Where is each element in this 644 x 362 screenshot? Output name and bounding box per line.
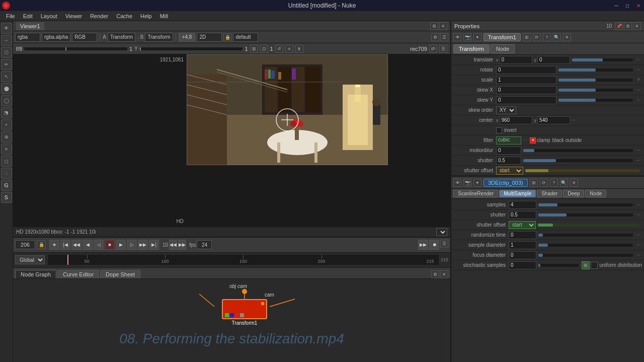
tab-transform[interactable]: Transform <box>453 44 490 53</box>
randomize-time-anim-icon[interactable]: ⋯ <box>635 232 642 239</box>
tab-node-sl[interactable]: Node <box>585 190 606 197</box>
y-val-btn[interactable]: 1 <box>245 46 248 52</box>
skewx-anim-icon[interactable]: ⋯ <box>635 87 642 94</box>
bookmark-btn[interactable]: ★ <box>49 240 59 250</box>
last-frame-btn[interactable]: ▶| <box>149 240 159 250</box>
props-settings-btn[interactable]: ⚙ <box>624 22 632 30</box>
transform-icon4[interactable]: 🔍 <box>553 33 561 41</box>
view-mode-dropdown[interactable]: 2D <box>197 33 222 42</box>
ruler-track[interactable]: 50 100 150 200 215 <box>48 255 439 265</box>
center-y-input[interactable] <box>537 116 570 124</box>
uniform-checkbox[interactable] <box>591 262 598 269</box>
play-all-btn[interactable]: ▶▶ <box>418 240 428 250</box>
shape-tool[interactable]: ◯ <box>1 95 12 106</box>
transform-node-box[interactable]: Transform1 <box>222 299 267 326</box>
fps-input[interactable] <box>197 240 212 249</box>
sl-shutter-offset-select[interactable]: startcenterend <box>509 221 536 229</box>
sample-diameter-input[interactable] <box>509 241 536 249</box>
node-inner[interactable] <box>222 299 267 319</box>
skewy-slider[interactable] <box>558 99 633 102</box>
frame-input[interactable] <box>15 240 35 249</box>
skewx-input[interactable] <box>496 86 556 94</box>
skewx-slider[interactable] <box>558 89 633 92</box>
samples-input[interactable] <box>509 201 536 209</box>
frame-select-btn[interactable]: 1 <box>270 46 273 52</box>
stochastic-icon1[interactable]: ⊞ <box>582 261 590 269</box>
node-settings-btn[interactable]: ⚙ <box>431 270 439 278</box>
refresh-icon-btn[interactable]: ↺ <box>275 45 283 53</box>
tracker-tool[interactable]: ⊕ <box>1 131 12 142</box>
scanline-cam-btn[interactable]: 📷 <box>463 179 471 187</box>
tab-multisample[interactable]: MultiSample <box>499 190 536 197</box>
shutter-input[interactable] <box>496 157 521 165</box>
viewer-tab[interactable]: Viewer1 <box>16 22 44 30</box>
colorspace-dropdown[interactable]: RGB <box>72 33 97 42</box>
menu-render[interactable]: Render <box>86 13 112 19</box>
play-btn[interactable]: ▶ <box>116 240 126 250</box>
node-tool[interactable]: ⬡ <box>1 47 12 58</box>
lut-dropdown[interactable]: default <box>233 33 258 42</box>
clone-tool[interactable]: + <box>1 119 12 130</box>
focus-diameter-slider[interactable] <box>538 254 633 257</box>
transform-node-name-badge[interactable]: Transform1 <box>484 33 521 41</box>
sl-shutter-anim-icon[interactable]: ⋯ <box>635 211 642 219</box>
props-close-btn[interactable]: ✕ <box>633 22 641 30</box>
deep-tool[interactable]: ≡ <box>1 143 12 155</box>
center-anim-icon[interactable]: ⋯ <box>570 117 577 124</box>
scanline-icon2[interactable]: ⟳ <box>540 179 548 187</box>
record-btn[interactable]: ⏺ <box>429 240 439 250</box>
menu-icon-btn[interactable]: ☰ <box>440 33 448 41</box>
focus-diameter-anim-icon[interactable]: ⋯ <box>635 252 642 259</box>
scanline-node-name-badge[interactable]: 3DE(clip_003) <box>484 179 528 187</box>
gain-btn[interactable]: f/8 <box>16 46 22 52</box>
menu-layout[interactable]: Layout <box>37 13 61 19</box>
transform-icon1[interactable]: ⊞ <box>523 33 531 41</box>
viewer-icon-btn[interactable]: ⚙ <box>430 22 438 30</box>
lock-icon[interactable]: 🔒 <box>223 33 231 41</box>
sample-diameter-slider[interactable] <box>538 244 633 247</box>
shutter-offset-slider[interactable] <box>525 169 640 172</box>
tab-deep[interactable]: Deep <box>563 190 584 197</box>
menu-file[interactable]: File <box>2 13 19 19</box>
samples-slider[interactable] <box>538 203 633 206</box>
transform-b-dropdown[interactable]: Transform <box>145 33 173 42</box>
transport-settings-btn[interactable]: ☰ <box>440 240 448 248</box>
next-frame-btn[interactable]: ▶▶ <box>138 240 148 250</box>
g-tool[interactable]: G <box>1 180 12 191</box>
3d-tool[interactable]: ◻ <box>1 156 12 167</box>
stop-btn[interactable]: ■ <box>105 240 115 250</box>
settings-icon-btn[interactable]: ⚙ <box>431 33 439 41</box>
stochastic-samples-slider[interactable] <box>538 264 579 267</box>
edit-tool[interactable]: ✏ <box>1 59 12 70</box>
tab-node-graph[interactable]: Node Graph <box>15 270 56 278</box>
list-icon-btn[interactable]: ≡ <box>285 45 293 53</box>
invert-checkbox[interactable] <box>496 127 502 133</box>
channel1-dropdown[interactable]: rgba <box>15 33 40 42</box>
menu-viewer[interactable]: Viewer <box>61 13 86 19</box>
translate-slider[interactable] <box>572 58 633 61</box>
scanline-icon4[interactable]: 🔍 <box>560 179 568 187</box>
menu-mill[interactable]: Mill <box>156 13 173 19</box>
tab-node[interactable]: Node <box>491 44 515 53</box>
menu-edit[interactable]: Edit <box>19 13 37 19</box>
channel2-dropdown[interactable]: rgba.alpha <box>42 33 70 42</box>
prev-keyframe-btn[interactable]: ◀◀ <box>71 240 82 250</box>
roto-tool[interactable]: ⬔ <box>1 107 12 118</box>
viewer-tb2-menu[interactable]: ☰ <box>439 45 447 53</box>
rotate-slider[interactable] <box>558 68 633 71</box>
skeworder-select[interactable]: XYYX <box>496 106 516 114</box>
rotate-anim-icon[interactable]: ⋯ <box>635 66 642 74</box>
zoom-btn[interactable]: +4.8 <box>179 33 196 42</box>
transform-vis-btn[interactable]: 👁 <box>453 33 461 41</box>
shutter-anim-icon[interactable]: ⋯ <box>635 157 642 164</box>
s-tool[interactable]: S <box>1 192 12 203</box>
maximize-button[interactable]: □ <box>622 0 633 11</box>
loop-prev-btn[interactable]: ◀◀ <box>169 240 177 250</box>
scale-lock-icon[interactable]: ? <box>635 77 642 84</box>
transform-a-dropdown[interactable]: Transform <box>108 33 135 42</box>
props-pin-btn[interactable]: 📌 <box>615 22 623 30</box>
move-tool[interactable]: ↔ <box>1 35 12 46</box>
viewer-close-btn[interactable]: ✕ <box>439 22 447 30</box>
select-tool[interactable]: ↖ <box>1 71 12 82</box>
prev-frame-btn[interactable]: ◀ <box>83 240 93 250</box>
